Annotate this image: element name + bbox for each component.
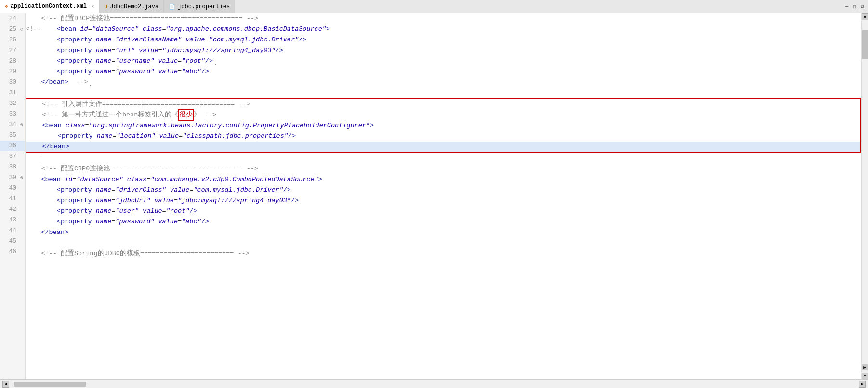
line-32: <!-- 引入属性文件=============================…: [26, 99, 860, 110]
gutter-44: 44: [0, 225, 25, 236]
tab-label-2: JdbcDemo2.java: [110, 3, 158, 10]
line-26: <property name="driverClassName" value="…: [26, 35, 861, 45]
restore-button[interactable]: ⧉: [859, 4, 866, 10]
gutter-39: 39 ⊖: [0, 172, 25, 183]
gutter-37: 37: [0, 151, 25, 162]
line-46: <!-- 配置Spring的JDBC的模板===================…: [26, 248, 861, 259]
tab-bar: ❖ applicationContext.xml ✕ J JdbcDemo2.j…: [0, 0, 868, 13]
window-controls: ─ □ ⧉: [844, 0, 868, 13]
scroll-play-button[interactable]: ▶: [862, 364, 868, 370]
line-35: <property name="location" value="classpa…: [26, 131, 860, 142]
maximize-button[interactable]: □: [852, 4, 857, 10]
gutter-38: 38: [0, 162, 25, 172]
gutter-30: 30: [0, 77, 25, 88]
bottom-bar: ◀ ▶: [0, 379, 868, 388]
gutter-32: 32: [0, 98, 25, 109]
line-24: <!-- 配置DBCP连接池==========================…: [26, 13, 861, 24]
editor-body: 24 25 ⊖ 26 27 28: [0, 13, 868, 379]
gutter-34: 34 ⊖: [0, 119, 25, 130]
h-scroll-left-button[interactable]: ◀: [2, 381, 9, 388]
gutter-40: 40: [0, 183, 25, 194]
scroll-down-button[interactable]: ▼: [862, 373, 868, 379]
line-36: </bean>: [26, 142, 860, 152]
h-scroll-track[interactable]: [9, 381, 859, 387]
gutter-31: 31: [0, 88, 25, 98]
line-28: <property name="username" value="root"/>: [26, 56, 861, 66]
line-45: [26, 238, 861, 248]
line-25: <!-- <bean id="dataSource" class="org.ap…: [26, 24, 861, 35]
tab-close-1[interactable]: ✕: [91, 3, 94, 9]
tab-label-3: jdbc.properties: [178, 3, 230, 10]
line-38: <!-- 配置C3P0连接池==========================…: [26, 164, 861, 174]
gutter-43: 43: [0, 215, 25, 225]
gutter-27: 27: [0, 45, 25, 56]
line-40: <property name="driverClass" value="com.…: [26, 185, 861, 195]
gutter-29: 29: [0, 66, 25, 77]
line-37: [26, 153, 861, 164]
xml-icon: ❖: [5, 3, 8, 9]
scroll-track[interactable]: ▶: [862, 20, 868, 373]
gutter-45: 45: [0, 236, 25, 246]
h-scrollbar-container[interactable]: ◀ ▶: [2, 381, 866, 388]
gutter-35: 35: [0, 130, 25, 141]
gutter-46: 46: [0, 246, 25, 257]
line-27: <property name="url" value="jdbc:mysql:/…: [26, 45, 861, 56]
code-lines: <!-- 配置DBCP连接池==========================…: [26, 13, 861, 259]
h-scroll-right-button[interactable]: ▶: [859, 381, 866, 388]
tab-label-1: applicationContext.xml: [11, 3, 87, 10]
gutter-33: 33: [0, 109, 25, 119]
props-icon: 📄: [169, 3, 175, 10]
tab-applicationcontext[interactable]: ❖ applicationContext.xml ✕: [0, 0, 100, 13]
h-scroll-thumb[interactable]: [14, 382, 86, 387]
java-icon: J: [105, 4, 108, 10]
editor: ❖ applicationContext.xml ✕ J JdbcDemo2.j…: [0, 0, 868, 388]
line-gutter: 24 25 ⊖ 26 27 28: [0, 13, 26, 379]
line-30: </bean> -->: [26, 77, 861, 88]
text-cursor: [41, 155, 41, 162]
line-31: [26, 88, 861, 98]
line-43: <property name="password" value="abc"/>: [26, 217, 861, 227]
gutter-36: 36: [0, 141, 25, 151]
gutter-28: 28: [0, 56, 25, 66]
gutter-24: 24: [0, 13, 25, 24]
line-39: <bean id="dataSource" class="com.mchange…: [26, 174, 861, 185]
line-34: <bean class="org.springframework.beans.f…: [26, 120, 860, 131]
tab-jdbc-props[interactable]: 📄 jdbc.properties: [164, 0, 235, 13]
gutter-25: 25 ⊖: [0, 24, 25, 35]
red-border-section: <!-- 引入属性文件=============================…: [26, 98, 861, 153]
scroll-up-button[interactable]: ▲: [862, 13, 868, 20]
line-29: <property name="password" value="abc"/>: [26, 66, 861, 77]
tab-jdbcdemo[interactable]: J JdbcDemo2.java: [100, 0, 164, 13]
line-41: <property name="jdbcUrl" value="jdbc:mys…: [26, 195, 861, 206]
minimize-button[interactable]: ─: [844, 4, 850, 10]
scroll-thumb[interactable]: [862, 30, 868, 59]
line-42: <property name="user" value="root"/>: [26, 206, 861, 217]
gutter-41: 41: [0, 194, 25, 204]
vertical-scrollbar[interactable]: ▲ ▶ ▼: [861, 13, 868, 379]
line-33: <!-- 第一种方式通过一个bean标签引入的《很少》 -->: [26, 110, 860, 120]
gutter-42: 42: [0, 204, 25, 215]
code-editor[interactable]: <!-- 配置DBCP连接池==========================…: [26, 13, 861, 379]
line-44: </bean>: [26, 227, 861, 238]
gutter-26: 26: [0, 35, 25, 45]
